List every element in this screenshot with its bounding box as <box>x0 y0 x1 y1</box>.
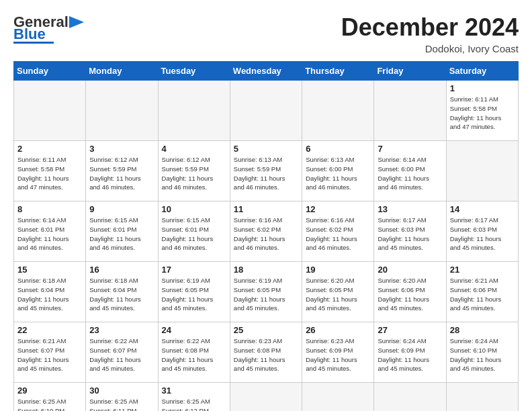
week-row: 8Sunrise: 6:14 AMSunset: 6:01 PMDaylight… <box>14 201 519 262</box>
calendar-cell-2: 2Sunrise: 6:11 AMSunset: 5:58 PMDaylight… <box>14 141 86 201</box>
calendar-cell-13: 13Sunrise: 6:17 AMSunset: 6:03 PMDayligh… <box>374 201 446 262</box>
header-sunday: Sunday <box>14 62 86 81</box>
header-friday: Friday <box>374 62 446 81</box>
calendar-cell-27: 27Sunrise: 6:24 AMSunset: 6:09 PMDayligh… <box>374 322 446 383</box>
calendar-cell-30: 30Sunrise: 6:25 AMSunset: 6:11 PMDayligh… <box>86 383 158 412</box>
logo-arrow-icon <box>69 16 84 28</box>
calendar-cell-15: 15Sunrise: 6:18 AMSunset: 6:04 PMDayligh… <box>14 262 86 322</box>
calendar-cell-empty <box>230 383 302 412</box>
week-row: 2Sunrise: 6:11 AMSunset: 5:58 PMDaylight… <box>14 141 519 201</box>
calendar-cell-empty <box>302 383 374 412</box>
calendar-cell-29: 29Sunrise: 6:25 AMSunset: 6:10 PMDayligh… <box>14 383 86 412</box>
calendar-cell-22: 22Sunrise: 6:21 AMSunset: 6:07 PMDayligh… <box>14 322 86 383</box>
logo-blue-text: Blue <box>13 28 46 40</box>
header-thursday: Thursday <box>302 62 374 81</box>
calendar-cell-14: 14Sunrise: 6:17 AMSunset: 6:03 PMDayligh… <box>446 201 518 262</box>
month-title: December 2024 <box>341 13 519 42</box>
calendar-cell-empty <box>302 81 374 141</box>
calendar-cell-empty <box>374 383 446 412</box>
calendar-cell-11: 11Sunrise: 6:16 AMSunset: 6:02 PMDayligh… <box>230 201 302 262</box>
header-monday: Monday <box>86 62 158 81</box>
calendar-cell-12: 12Sunrise: 6:16 AMSunset: 6:02 PMDayligh… <box>302 201 374 262</box>
calendar-cell-21: 21Sunrise: 6:21 AMSunset: 6:06 PMDayligh… <box>446 262 518 322</box>
calendar-cell-23: 23Sunrise: 6:22 AMSunset: 6:07 PMDayligh… <box>86 322 158 383</box>
header-saturday: Saturday <box>446 62 518 81</box>
calendar-cell-8: 8Sunrise: 6:14 AMSunset: 6:01 PMDaylight… <box>14 201 86 262</box>
calendar-cell-10: 10Sunrise: 6:15 AMSunset: 6:01 PMDayligh… <box>158 201 230 262</box>
header-wednesday: Wednesday <box>230 62 302 81</box>
title-block: December 2024 Dodokoi, Ivory Coast <box>341 13 519 54</box>
calendar-cell-7: 7Sunrise: 6:14 AMSunset: 6:00 PMDaylight… <box>374 141 446 201</box>
week-row: 15Sunrise: 6:18 AMSunset: 6:04 PMDayligh… <box>14 262 519 322</box>
calendar-cell-empty <box>374 81 446 141</box>
week-row: 29Sunrise: 6:25 AMSunset: 6:10 PMDayligh… <box>14 383 519 412</box>
calendar-cell-26: 26Sunrise: 6:23 AMSunset: 6:09 PMDayligh… <box>302 322 374 383</box>
week-row: 1Sunrise: 6:11 AMSunset: 5:58 PMDaylight… <box>14 81 519 141</box>
calendar-cell-empty <box>446 383 518 412</box>
calendar-cell-empty <box>14 81 86 141</box>
calendar-cell-16: 16Sunrise: 6:18 AMSunset: 6:04 PMDayligh… <box>86 262 158 322</box>
calendar-cell-31: 31Sunrise: 6:25 AMSunset: 6:12 PMDayligh… <box>158 383 230 412</box>
calendar-cell-4: 4Sunrise: 6:12 AMSunset: 5:59 PMDaylight… <box>158 141 230 201</box>
calendar-cell-18: 18Sunrise: 6:19 AMSunset: 6:05 PMDayligh… <box>230 262 302 322</box>
calendar-cell-24: 24Sunrise: 6:22 AMSunset: 6:08 PMDayligh… <box>158 322 230 383</box>
header-tuesday: Tuesday <box>158 62 230 81</box>
calendar-cell-19: 19Sunrise: 6:20 AMSunset: 6:05 PMDayligh… <box>302 262 374 322</box>
calendar-cell-empty <box>86 81 158 141</box>
calendar-cell-3: 3Sunrise: 6:12 AMSunset: 5:59 PMDaylight… <box>86 141 158 201</box>
calendar-cell-9: 9Sunrise: 6:15 AMSunset: 6:01 PMDaylight… <box>86 201 158 262</box>
calendar-cell-empty <box>230 81 302 141</box>
svg-marker-0 <box>69 16 84 28</box>
calendar-cell-1: 1Sunrise: 6:11 AMSunset: 5:58 PMDaylight… <box>446 81 518 141</box>
calendar-cell-20: 20Sunrise: 6:20 AMSunset: 6:06 PMDayligh… <box>374 262 446 322</box>
calendar-cell-empty <box>446 141 518 201</box>
calendar-cell-28: 28Sunrise: 6:24 AMSunset: 6:10 PMDayligh… <box>446 322 518 383</box>
calendar-cell-17: 17Sunrise: 6:19 AMSunset: 6:05 PMDayligh… <box>158 262 230 322</box>
logo: General Blue <box>13 13 84 44</box>
calendar-cell-empty <box>158 81 230 141</box>
calendar-cell-25: 25Sunrise: 6:23 AMSunset: 6:08 PMDayligh… <box>230 322 302 383</box>
calendar-header-row: SundayMondayTuesdayWednesdayThursdayFrid… <box>14 62 519 81</box>
calendar-table: SundayMondayTuesdayWednesdayThursdayFrid… <box>13 61 519 411</box>
logo-underline <box>13 42 54 44</box>
location: Dodokoi, Ivory Coast <box>341 43 519 54</box>
week-row: 22Sunrise: 6:21 AMSunset: 6:07 PMDayligh… <box>14 322 519 383</box>
page-header: General Blue December 2024 Dodokoi, Ivor… <box>13 13 519 54</box>
calendar-cell-6: 6Sunrise: 6:13 AMSunset: 6:00 PMDaylight… <box>302 141 374 201</box>
calendar-cell-5: 5Sunrise: 6:13 AMSunset: 5:59 PMDaylight… <box>230 141 302 201</box>
